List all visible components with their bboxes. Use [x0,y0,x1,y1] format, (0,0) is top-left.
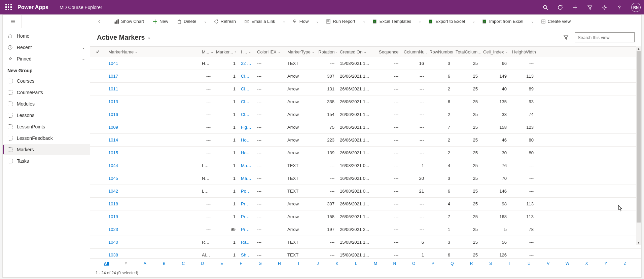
cell-markername[interactable]: 1018 [106,201,199,206]
col-rownumber[interactable]: RowNumber⌄ [427,49,453,54]
sidebar-item-lessons[interactable]: Lessons [3,110,90,121]
scroll-thumb[interactable] [637,51,641,223]
az-filter-q[interactable]: Q [442,261,462,266]
az-filter-c[interactable]: C [174,261,193,266]
col-marker[interactable]: Marker...↑⌄ [213,49,238,54]
table-row[interactable]: 1019---1Proximi---Arrow15826/06/2021 1..… [90,210,641,223]
table-row[interactable]: 1013---1Closure---Arrow33826/06/2021 1..… [90,95,641,108]
cell-i[interactable]: Closure [238,86,254,91]
cell-i[interactable]: Proximi [238,227,254,232]
cell-markername[interactable]: 1040 [106,240,199,245]
az-filter-#[interactable]: # [116,261,135,266]
az-filter-z[interactable]: Z [615,261,635,266]
avatar[interactable]: RN [631,3,641,12]
cell-i[interactable]: Position [238,189,254,194]
az-filter-i[interactable]: I [289,261,308,266]
sidebar-item-courseparts[interactable]: CourseParts [3,87,90,98]
sidebar-item-courses[interactable]: Courses [3,75,90,87]
table-row[interactable]: 1040Ra...1Ranieri---TEXT---15/08/2021 1.… [90,236,641,249]
cell-markername[interactable]: 1041 [106,61,199,66]
col-heightwidth[interactable]: HeightWidth⌄ [509,49,536,54]
az-filter-h[interactable]: H [270,261,289,266]
col-totalcolum[interactable]: TotalColum...⌄ [453,49,480,54]
az-filter-t[interactable]: T [500,261,520,266]
az-filter-s[interactable]: S [481,261,500,266]
az-filter-m[interactable]: M [366,261,385,266]
add-icon[interactable] [572,4,578,10]
az-filter-p[interactable]: P [423,261,442,266]
cell-i[interactable]: Should [238,252,254,257]
table-row[interactable]: 1041He'...122 wins---TEXT---15/08/2021 1… [90,57,641,70]
az-filter-r[interactable]: R [462,261,481,266]
delete-button[interactable]: Delete [174,15,200,28]
table-row[interactable]: 1016---1Closure---Arrow15426/06/2021 1..… [90,108,641,121]
cell-markername[interactable]: 1042 [106,189,199,194]
col-rotation[interactable]: Rotation⌄ [316,49,337,54]
hamburger-button[interactable] [6,15,20,28]
excel-templates-button[interactable]: XExcel Templates [369,15,415,28]
az-filter-n[interactable]: N [385,261,404,266]
col-cellindex[interactable]: Cell_Index⌄ [480,49,509,54]
col-createdon[interactable]: Created On⌄ [337,49,376,54]
cell-i[interactable]: Massive [238,163,254,168]
run-report-caret[interactable]: ⌄ [361,19,367,23]
search-icon[interactable] [542,4,548,10]
table-row[interactable]: 1014---1How hu---Arrow22326/06/2021 1...… [90,134,641,147]
cell-i[interactable]: Massive [238,176,254,181]
email-caret[interactable]: ⌄ [281,19,287,23]
az-filter-o[interactable]: O [404,261,423,266]
flow-caret[interactable]: ⌄ [314,19,321,23]
vertical-scrollbar[interactable]: ▲ ▼ [636,46,641,245]
az-filter-x[interactable]: X [577,261,596,266]
export-excel-caret[interactable]: ⌄ [470,19,477,23]
cell-markername[interactable]: 1045 [106,176,199,181]
cell-markername[interactable]: 1038 [106,252,199,257]
help-icon[interactable] [616,4,622,10]
cell-markername[interactable]: 1013 [106,99,199,104]
az-filter-k[interactable]: K [327,261,347,266]
table-row[interactable]: 1009---1Figure (---Arrow7526/06/2021 1..… [90,121,641,134]
az-filter-all[interactable]: All [97,261,116,266]
column-filter-button[interactable] [562,33,570,41]
table-row[interactable]: 1038All ...1Should---TEXT---15/08/2021 1… [90,249,641,258]
gear-icon[interactable] [602,4,608,10]
cell-markername[interactable]: 1014 [106,137,199,143]
create-view-button[interactable]: Create view [538,15,574,28]
az-filter-e[interactable]: E [212,261,231,266]
az-filter-d[interactable]: D [193,261,212,266]
search-input[interactable] [578,35,634,40]
export-excel-button[interactable]: XExport to Excel [425,15,468,28]
new-button[interactable]: New [149,15,172,28]
cell-markername[interactable]: 1017 [106,74,199,79]
cell-i[interactable]: Closure [238,99,254,104]
cell-i[interactable]: 22 wins [238,61,254,66]
cell-markername[interactable]: 1009 [106,125,199,130]
sidebar-item-lessonfeedback[interactable]: LessonFeedback [3,132,90,144]
az-filter-a[interactable]: A [135,261,154,266]
nav-pinned[interactable]: Pinned⌄ [3,53,90,65]
sidebar-item-lessonpoints[interactable]: LessonPoints [3,121,90,132]
cell-markername[interactable]: 1019 [106,214,199,219]
cell-markername[interactable]: 1044 [106,163,199,168]
table-row[interactable]: 1044Lei...1Massive---TEXT---16/08/2021 0… [90,159,641,172]
chevron-down-icon[interactable]: ⌄ [82,45,85,50]
scroll-down-arrow[interactable]: ▼ [636,240,641,245]
table-row[interactable]: 1018---1Proximi---Arrow30726/06/2021 1..… [90,198,641,210]
flow-button[interactable]: Flow [289,15,312,28]
col-markername[interactable]: MarkerName⌄ [106,49,199,54]
az-filter-w[interactable]: W [558,261,577,266]
back-button[interactable] [93,19,107,24]
select-all-checkbox[interactable] [93,50,106,54]
import-excel-caret[interactable]: ⌄ [529,19,536,23]
import-excel-button[interactable]: XImport from Excel [479,15,527,28]
excel-templates-caret[interactable]: ⌄ [417,19,423,23]
cell-markername[interactable]: 1011 [106,86,199,91]
cell-i[interactable]: Figure ( [238,125,254,130]
cell-i[interactable]: Proximi [238,214,254,219]
sidebar-item-tasks[interactable]: Tasks [3,155,90,167]
sidebar-item-modules[interactable]: Modules [3,98,90,110]
target-icon[interactable] [557,4,563,10]
az-filter-v[interactable]: V [539,261,558,266]
table-row[interactable]: 1042Lei...1Position---TEXT---16/08/2021 … [90,185,641,198]
show-chart-button[interactable]: Show Chart [111,15,147,28]
